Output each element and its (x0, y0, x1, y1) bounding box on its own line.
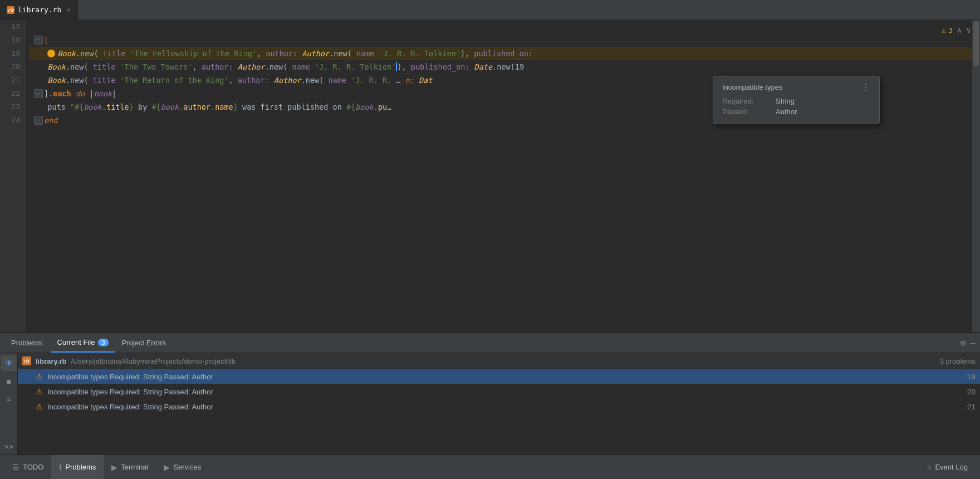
problems-minimize-button[interactable]: — (970, 338, 976, 348)
warning-icon-3: ⚠ (36, 402, 43, 411)
problems-header: Problems: Current File 3 Project Errors … (0, 333, 980, 353)
problems-bottom-icon: ℹ (59, 463, 62, 472)
current-file-badge: 3 (98, 339, 108, 346)
code-lines: − [ Book.new( title 'The Fellowship of t… (25, 20, 972, 332)
scrollbar-thumb[interactable] (973, 21, 979, 66)
problem-row-2[interactable]: ⚠ Incompatible types Required: String Pa… (18, 384, 980, 399)
problems-file-count: 3 problems (940, 357, 976, 365)
problems-filepath: /Users/jetbrains/RubymineProjects/demo-p… (71, 357, 236, 365)
bottom-toolbar: ☰ TODO ℹ Problems ▶ Terminal ▶ Services … (0, 454, 980, 479)
search-circle-icon: ○ (927, 463, 932, 472)
tab-current-file[interactable]: Current File 3 (51, 333, 115, 353)
todo-icon: ☰ (12, 463, 19, 472)
problem-row-1[interactable]: ⚠ Incompatible types Required: String Pa… (18, 369, 980, 384)
problems-sort-button[interactable]: ≡ (1, 391, 17, 407)
editor-area: ⚠ 3 ∧ ∨ 17 18 19 20 21 22 23 24 − [ (0, 20, 980, 332)
problems-file-icon: rb (22, 356, 31, 365)
event-log-label: Event Log (935, 463, 968, 471)
line-numbers: 17 18 19 20 21 22 23 24 (0, 20, 25, 332)
problems-button[interactable]: ℹ Problems (51, 455, 104, 479)
warning-dot-19 (47, 50, 55, 57)
tab-filename: library.rb (18, 6, 61, 14)
problem-line-3: :21 (966, 403, 976, 411)
problems-bottom-label: Problems (65, 463, 96, 471)
tooltip-passed-label: Passed: (722, 107, 767, 116)
services-label: Services (173, 463, 201, 471)
warning-icon-2: ⚠ (36, 387, 43, 396)
problems-list: rb library.rb /Users/jetbrains/RubymineP… (18, 353, 980, 454)
incompatible-types-tooltip: Incompatible types ⋮ Required: String Pa… (713, 76, 880, 124)
problem-text-1: Incompatible types Required: String Pass… (47, 373, 961, 381)
problem-row-3[interactable]: ⚠ Incompatible types Required: String Pa… (18, 399, 980, 414)
fold-icon-22[interactable]: − (34, 89, 43, 98)
fold-icon-18[interactable]: − (34, 36, 43, 45)
problem-text-3: Incompatible types Required: String Pass… (47, 403, 961, 411)
problems-panel: Problems: Current File 3 Project Errors … (0, 332, 980, 454)
tooltip-more-button[interactable]: ⋮ (861, 82, 870, 92)
tooltip-title: Incompatible types ⋮ (722, 82, 870, 92)
problems-file-row: rb library.rb /Users/jetbrains/RubymineP… (18, 353, 980, 369)
todo-label: TODO (23, 463, 43, 471)
problems-label-tab: Problems: (4, 333, 51, 353)
tab-close-button[interactable]: ✕ (67, 6, 71, 13)
tooltip-required-label: Required: (722, 97, 767, 105)
problems-expand-button[interactable]: >> (1, 439, 17, 454)
tab-bar: rb library.rb ✕ (0, 0, 980, 20)
fold-icon-24[interactable]: − (34, 116, 43, 125)
problems-label: Problems: (11, 339, 44, 347)
warning-icon-1: ⚠ (36, 372, 43, 381)
problems-eye-button[interactable]: 👁 (1, 355, 17, 371)
code-line-18: − [ (30, 33, 972, 47)
code-line-20: Book.new( title 'The Two Towers', author… (30, 60, 972, 74)
problems-settings-button[interactable]: ⚙ (961, 338, 966, 348)
services-button[interactable]: ▶ Services (156, 455, 209, 479)
ruby-file-icon: rb (7, 6, 14, 14)
problem-text-2: Incompatible types Required: String Pass… (47, 388, 961, 396)
problems-filter-button[interactable]: ◼ (1, 373, 17, 389)
problems-left-sidebar: 👁 ◼ ≡ >> (0, 353, 18, 454)
code-line-17 (30, 20, 972, 33)
terminal-button[interactable]: ▶ Terminal (104, 455, 156, 479)
problem-line-2: :20 (966, 388, 976, 396)
project-errors-label: Project Errors (122, 339, 166, 347)
tab-project-errors[interactable]: Project Errors (115, 333, 173, 353)
terminal-label: Terminal (121, 463, 148, 471)
problem-line-1: :19 (966, 373, 976, 381)
problems-filename: library.rb (36, 357, 66, 365)
terminal-icon: ▶ (111, 463, 117, 472)
tab-library-rb[interactable]: rb library.rb ✕ (0, 0, 78, 19)
current-file-label: Current File (57, 338, 95, 346)
vertical-scrollbar[interactable] (972, 20, 980, 332)
event-log-button[interactable]: ○ Event Log (919, 455, 976, 479)
code-editor[interactable]: 17 18 19 20 21 22 23 24 − [ (0, 20, 980, 332)
tooltip-passed-value: Author (776, 107, 797, 116)
tooltip-passed-row: Passed: Author (722, 107, 870, 116)
tooltip-required-row: Required: String (722, 97, 870, 105)
todo-button[interactable]: ☰ TODO (4, 455, 51, 479)
tooltip-required-value: String (776, 97, 795, 105)
services-icon: ▶ (164, 463, 170, 472)
code-line-19: Book.new( title 'The Fellowship of the R… (30, 47, 972, 60)
